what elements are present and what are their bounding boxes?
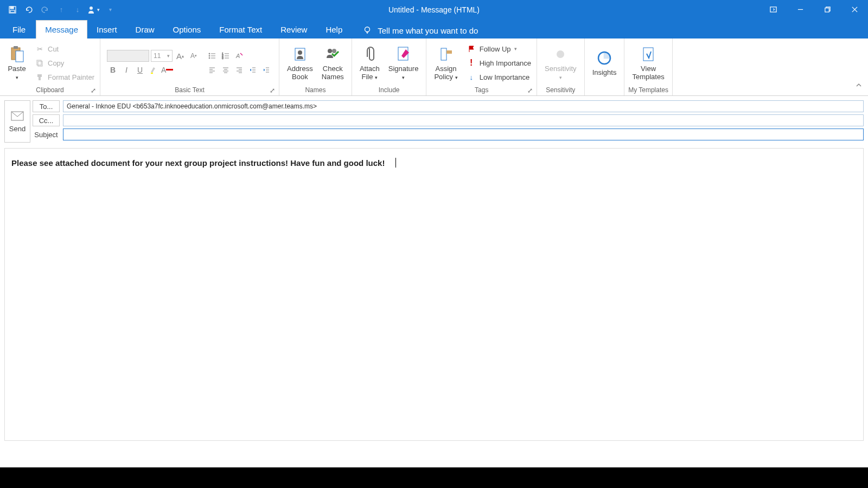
numbering-button[interactable]: 123 (220, 50, 232, 62)
tab-help[interactable]: Help (316, 20, 352, 38)
tell-me-label: Tell me what you want to do (378, 26, 478, 35)
svg-point-3 (90, 7, 93, 10)
minimize-icon[interactable] (787, 0, 814, 19)
align-left-icon[interactable] (206, 64, 218, 76)
check-names-button[interactable]: Check Names (317, 45, 348, 81)
copy-button[interactable]: Copy (33, 57, 97, 69)
qat-customize-icon[interactable]: ▾ (102, 2, 118, 18)
include-group-label: Include (355, 85, 423, 94)
previous-icon[interactable]: ↑ (53, 2, 69, 18)
svg-rect-17 (37, 74, 42, 77)
view-templates-button[interactable]: View Templates (628, 45, 668, 81)
svg-rect-2 (10, 10, 15, 12)
font-size-select[interactable]: 11 ▾ (151, 50, 173, 62)
signature-button[interactable]: Signature▾ (384, 45, 423, 81)
svg-rect-16 (38, 61, 42, 66)
send-label: Send (9, 125, 25, 133)
next-icon[interactable]: ↓ (69, 2, 86, 18)
collapse-ribbon-icon[interactable] (855, 81, 863, 91)
font-family-select[interactable] (107, 50, 149, 62)
to-field[interactable] (63, 100, 864, 112)
decrease-indent-icon[interactable] (247, 64, 259, 76)
address-book-label: Address Book (287, 65, 313, 81)
tab-file[interactable]: File (2, 20, 36, 38)
basic-text-launcher-icon[interactable]: ⤢ (269, 87, 276, 93)
svg-rect-13 (14, 46, 18, 49)
shrink-font-icon[interactable]: A▾ (188, 50, 200, 62)
user-icon[interactable]: ▾ (86, 2, 102, 18)
check-names-icon (323, 45, 342, 63)
redo-icon[interactable] (37, 2, 53, 18)
clipboard-launcher-icon[interactable]: ⤢ (90, 87, 97, 93)
clear-formatting-icon[interactable]: A (233, 50, 245, 62)
underline-button[interactable]: U (134, 64, 146, 76)
high-importance-button[interactable]: !High Importance (464, 57, 533, 69)
undo-icon[interactable] (21, 2, 37, 18)
svg-rect-18 (39, 77, 41, 80)
svg-point-24 (209, 57, 210, 59)
tab-insert[interactable]: Insert (87, 20, 126, 38)
group-clipboard: Paste▾ ✂Cut Copy Format Painter Clipboar… (0, 38, 100, 95)
group-insights: Insights (585, 38, 625, 95)
subject-label: Subject (33, 129, 60, 140)
names-group-label: Names (283, 85, 348, 94)
close-icon[interactable] (841, 0, 868, 19)
follow-up-button[interactable]: Follow Up ▾ (464, 43, 533, 55)
tags-launcher-icon[interactable]: ⤢ (527, 87, 533, 93)
increase-indent-icon[interactable] (260, 64, 272, 76)
paste-icon (8, 45, 26, 63)
group-tags: Assign Policy ▾ Follow Up ▾ !High Import… (426, 38, 537, 95)
svg-rect-4 (770, 7, 776, 12)
tell-me-search[interactable]: Tell me what you want to do (362, 25, 478, 38)
tags-group-label: Tags (475, 86, 488, 94)
check-names-label: Check Names (322, 65, 344, 81)
align-center-icon[interactable] (220, 64, 232, 76)
signature-label: Signature (388, 65, 419, 73)
to-button[interactable]: To... (33, 100, 60, 112)
group-my-templates: View Templates My Templates (624, 38, 672, 95)
cc-field[interactable] (63, 114, 864, 126)
svg-rect-15 (37, 60, 41, 65)
address-book-button[interactable]: Address Book (283, 45, 317, 81)
tab-format-text[interactable]: Format Text (210, 20, 271, 38)
assign-policy-icon (437, 45, 455, 63)
send-button[interactable]: Send (4, 100, 30, 143)
cut-icon: ✂ (35, 44, 44, 54)
grow-font-icon[interactable]: A▴ (174, 50, 186, 62)
bullets-button[interactable] (206, 50, 218, 62)
svg-point-9 (365, 27, 370, 32)
maximize-icon[interactable] (814, 0, 841, 19)
copy-icon (35, 58, 44, 68)
basic-text-group-label: Basic Text (175, 86, 204, 94)
bold-button[interactable]: B (107, 64, 119, 76)
format-painter-button[interactable]: Format Painter (33, 71, 97, 83)
svg-rect-56 (441, 48, 446, 60)
tab-options[interactable]: Options (164, 20, 210, 38)
assign-policy-button[interactable]: Assign Policy ▾ (430, 45, 462, 81)
sensitivity-button[interactable]: Sensitivity▾ (540, 45, 581, 81)
follow-up-label: Follow Up (480, 45, 511, 53)
tab-review[interactable]: Review (271, 20, 316, 38)
message-body[interactable]: Please see attached document for your ne… (4, 148, 864, 441)
insights-button[interactable]: Insights (588, 49, 621, 77)
cc-button[interactable]: Cc... (33, 114, 60, 126)
italic-button[interactable]: I (120, 64, 132, 76)
tab-draw[interactable]: Draw (126, 20, 164, 38)
font-color-button[interactable]: A (161, 64, 173, 76)
high-importance-label: High Importance (480, 59, 531, 67)
cut-button[interactable]: ✂Cut (33, 43, 97, 55)
attach-file-button[interactable]: Attach File ▾ (355, 45, 384, 81)
align-right-icon[interactable] (233, 64, 245, 76)
low-importance-button[interactable]: ↓Low Importance (464, 71, 533, 83)
svg-rect-57 (446, 50, 452, 54)
ribbon-display-icon[interactable] (760, 0, 787, 19)
body-text: Please see attached document for your ne… (11, 158, 385, 168)
attach-file-icon (360, 45, 379, 63)
highlight-button[interactable] (148, 64, 159, 76)
subject-field[interactable] (63, 129, 864, 140)
text-cursor (395, 158, 396, 168)
tab-message[interactable]: Message (36, 20, 87, 38)
save-icon[interactable] (4, 2, 21, 18)
my-templates-group-label: My Templates (628, 85, 668, 94)
paste-button[interactable]: Paste▾ (3, 45, 30, 81)
